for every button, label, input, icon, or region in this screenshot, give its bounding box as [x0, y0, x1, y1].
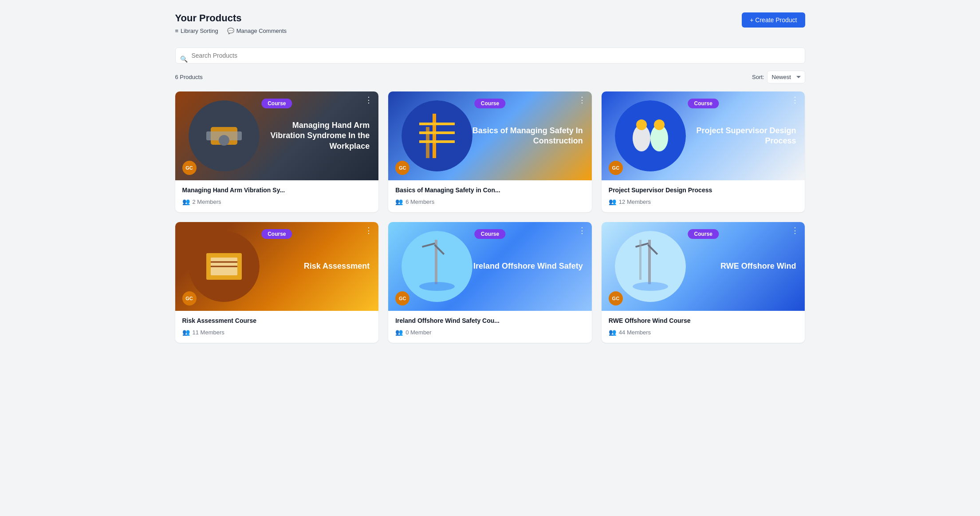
card-members: 👥 2 Members — [182, 198, 372, 205]
svg-point-4 — [401, 100, 472, 171]
more-options-button[interactable]: ⋮ — [791, 96, 799, 104]
members-count: 6 Members — [405, 198, 434, 205]
svg-point-24 — [419, 282, 455, 291]
sort-select[interactable]: Newest Oldest A-Z Z-A — [767, 71, 805, 83]
card-title-overlay: Project Supervisor Design Process — [684, 126, 796, 147]
card-title-overlay: Managing Hand Arm Vibration Syndrome In … — [258, 120, 370, 151]
members-count: 44 Members — [619, 329, 651, 336]
product-card[interactable]: Course ⋮ Ireland Offshore Wind Safety GC… — [388, 222, 592, 343]
members-count: 2 Members — [193, 198, 221, 205]
card-circle-image — [615, 231, 686, 302]
course-badge: Course — [688, 229, 718, 239]
card-title-overlay: Risk Assessment — [304, 261, 370, 271]
card-image: Course ⋮ Project Supervisor Design Proce… — [602, 91, 805, 180]
product-card[interactable]: Course ⋮ Managing Hand Arm Vibration Syn… — [175, 91, 379, 212]
course-badge: Course — [475, 229, 505, 239]
members-icon: 👥 — [395, 198, 403, 205]
card-members: 👥 11 Members — [182, 329, 372, 336]
card-title: Ireland Offshore Wind Safety Cou... — [395, 317, 585, 324]
course-badge: Course — [475, 99, 505, 108]
card-title: Project Supervisor Design Process — [609, 187, 798, 194]
more-options-button[interactable]: ⋮ — [791, 226, 799, 234]
course-badge: Course — [261, 229, 292, 239]
members-count: 11 Members — [193, 329, 224, 336]
svg-point-10 — [615, 100, 686, 171]
comment-icon: 💬 — [227, 28, 234, 34]
products-grid: Course ⋮ Managing Hand Arm Vibration Syn… — [175, 91, 805, 343]
more-options-button[interactable]: ⋮ — [365, 96, 373, 104]
card-image: Course ⋮ Risk Assessment GC — [175, 222, 379, 311]
card-title-overlay: Ireland Offshore Wind Safety — [473, 261, 583, 271]
library-sorting-link[interactable]: ≡ Library Sorting — [175, 28, 218, 34]
card-info: Ireland Offshore Wind Safety Cou... 👥 0 … — [388, 311, 592, 343]
manage-comments-label: Manage Comments — [236, 28, 287, 34]
card-info: Project Supervisor Design Process 👥 12 M… — [602, 180, 805, 212]
members-icon: 👥 — [609, 329, 616, 336]
search-icon: 🔍 — [180, 56, 188, 63]
card-circle-image — [615, 100, 686, 171]
card-image: Course ⋮ Managing Hand Arm Vibration Syn… — [175, 91, 379, 180]
card-image: Course ⋮ Ireland Offshore Wind Safety GC — [388, 222, 592, 311]
svg-point-3 — [219, 135, 229, 146]
members-icon: 👥 — [182, 329, 190, 336]
svg-point-14 — [654, 119, 665, 130]
product-card[interactable]: Course ⋮ Project Supervisor Design Proce… — [602, 91, 805, 212]
members-count: 12 Members — [619, 198, 651, 205]
card-info: Risk Assessment Course 👥 11 Members — [175, 311, 379, 343]
sort-label: Sort: — [752, 74, 764, 80]
more-options-button[interactable]: ⋮ — [365, 226, 373, 234]
svg-rect-29 — [639, 240, 642, 280]
members-icon: 👥 — [609, 198, 616, 205]
search-input[interactable] — [175, 48, 805, 64]
card-title: Managing Hand Arm Vibration Sy... — [182, 187, 372, 194]
card-title-overlay: Basics of Managing Safety In Constructio… — [471, 126, 583, 147]
card-info: Managing Hand Arm Vibration Sy... 👥 2 Me… — [175, 180, 379, 212]
page-title: Your Products — [175, 12, 287, 24]
svg-point-12 — [636, 119, 647, 130]
more-options-button[interactable]: ⋮ — [578, 226, 586, 234]
card-circle-image — [401, 231, 472, 302]
gc-logo: GC — [609, 291, 623, 306]
course-badge: Course — [261, 99, 292, 108]
card-info: Basics of Managing Safety in Con... 👥 6 … — [388, 180, 592, 212]
card-members: 👥 0 Member — [395, 329, 585, 336]
members-icon: 👥 — [395, 329, 403, 336]
svg-rect-7 — [419, 123, 455, 125]
library-icon: ≡ — [175, 28, 179, 34]
svg-rect-8 — [419, 131, 455, 134]
gc-logo: GC — [395, 291, 409, 306]
card-title: Risk Assessment Course — [182, 317, 372, 324]
library-sorting-label: Library Sorting — [181, 28, 218, 34]
card-circle-image — [401, 100, 472, 171]
more-options-button[interactable]: ⋮ — [578, 96, 586, 104]
product-card[interactable]: Course ⋮ Risk Assessment GC Risk Assessm… — [175, 222, 379, 343]
members-icon: 👥 — [182, 198, 190, 205]
card-circle-image — [189, 231, 260, 302]
svg-rect-9 — [419, 140, 455, 143]
product-card[interactable]: Course ⋮ Basics of Managing Safety In Co… — [388, 91, 592, 212]
card-title: RWE Offshore Wind Course — [609, 317, 798, 324]
card-members: 👥 44 Members — [609, 329, 798, 336]
card-members: 👥 6 Members — [395, 198, 585, 205]
card-circle-image — [189, 100, 260, 171]
product-card[interactable]: Course ⋮ RWE Offshore Wind GC RWE Offsho… — [602, 222, 805, 343]
gc-logo: GC — [182, 161, 197, 175]
svg-rect-5 — [433, 114, 436, 158]
card-title-overlay: RWE Offshore Wind — [720, 261, 796, 271]
course-badge: Course — [688, 99, 718, 108]
members-count: 0 Member — [405, 329, 432, 336]
card-title: Basics of Managing Safety in Con... — [395, 187, 585, 194]
card-members: 👥 12 Members — [609, 198, 798, 205]
manage-comments-link[interactable]: 💬 Manage Comments — [227, 28, 287, 34]
svg-point-30 — [633, 282, 668, 291]
gc-logo: GC — [182, 291, 197, 306]
card-image: Course ⋮ Basics of Managing Safety In Co… — [388, 91, 592, 180]
products-count: 6 Products — [175, 74, 203, 80]
gc-logo: GC — [395, 161, 409, 175]
card-image: Course ⋮ RWE Offshore Wind GC — [602, 222, 805, 311]
create-product-button[interactable]: + Create Product — [742, 12, 805, 28]
gc-logo: GC — [609, 161, 623, 175]
card-info: RWE Offshore Wind Course 👥 44 Members — [602, 311, 805, 343]
